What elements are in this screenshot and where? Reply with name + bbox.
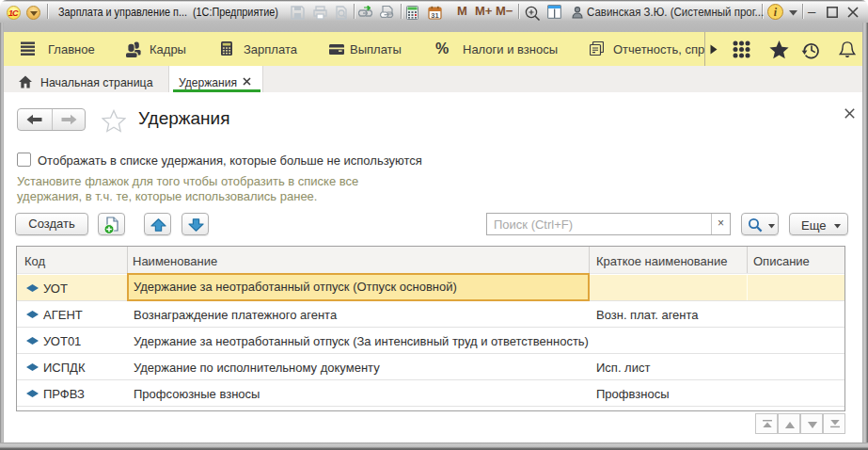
svg-text:31: 31 bbox=[431, 11, 438, 20]
